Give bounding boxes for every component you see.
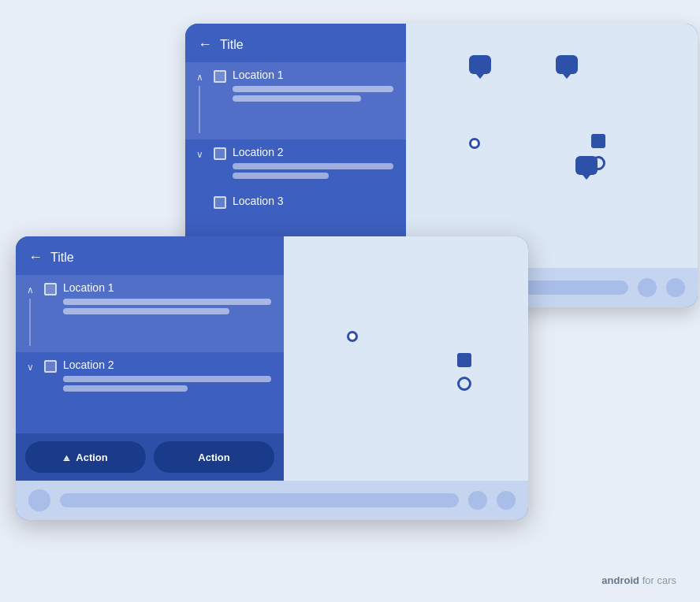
location-name-1-front: Location 1: [63, 281, 271, 294]
action-button-1[interactable]: ⟁ Action: [25, 441, 146, 473]
action-label-2: Action: [198, 452, 229, 463]
map-ring-back: [591, 156, 605, 170]
panel-front-title: Title: [50, 251, 74, 265]
brand-suffix: for cars: [639, 574, 676, 586]
chevron-col-1-back: ∧: [192, 69, 207, 133]
location-item-2-back[interactable]: ∨ Location 2: [185, 139, 406, 188]
panel-back: ← Title ∧ Location 1 ∨ Location 2: [185, 24, 406, 268]
checkbox-2-front[interactable]: [44, 360, 57, 373]
detail-bar-2b-back: [233, 173, 329, 179]
location-name-3-back: Location 3: [233, 195, 393, 207]
checkbox-1-back[interactable]: [214, 70, 226, 83]
map-pin-2-back: [556, 55, 578, 74]
map-area-front: [284, 236, 528, 481]
action-label-1: Action: [76, 452, 107, 463]
bottom-bar-circle-2-front: [468, 491, 487, 510]
action-bar-front: ⟁ Action Action: [16, 433, 284, 481]
location-name-1-back: Location 1: [233, 69, 393, 81]
panel-front-header: ← Title: [16, 236, 284, 275]
card-front: ← Title ∧ Location 1 ∨ Location 2: [16, 236, 528, 520]
detail-bar-1b-front: [63, 308, 229, 314]
map-ring-front: [457, 377, 471, 391]
bottom-bar-pill-front: [60, 493, 459, 507]
action-icon-1: ⟁: [63, 451, 69, 463]
action-button-2[interactable]: Action: [154, 441, 274, 473]
detail-bar-2a-front: [63, 376, 271, 382]
map-dot-front: [347, 331, 358, 342]
location-item-2-front[interactable]: ∨ Location 2: [16, 352, 284, 401]
location-content-2-front: Location 2: [63, 359, 271, 395]
map-pin-1-back: [469, 55, 491, 74]
map-square-back: [591, 134, 605, 148]
map-dot-back: [469, 138, 480, 149]
location-content-3-back: Location 3: [233, 195, 393, 212]
location-item-1-back[interactable]: ∧ Location 1: [185, 62, 406, 139]
location-name-2-back: Location 2: [233, 146, 393, 158]
checkbox-2-back[interactable]: [214, 147, 226, 160]
location-item-3-back[interactable]: Location 3: [185, 188, 406, 218]
checkbox-3-back[interactable]: [214, 196, 226, 209]
detail-bar-1b-back: [233, 95, 361, 102]
location-content-2-back: Location 2: [233, 146, 393, 182]
map-square-front: [457, 353, 471, 367]
detail-bar-1a-back: [233, 86, 393, 92]
chevron-down-icon-2-back: ∨: [196, 149, 203, 160]
detail-bar-2b-front: [63, 385, 188, 392]
chevron-up-icon: ∧: [196, 72, 203, 83]
bottom-bar-front: [16, 481, 528, 520]
bottom-bar-circle-3-back: [666, 278, 685, 297]
map-area-back: [406, 24, 698, 268]
bottom-bar-circle-2-back: [638, 278, 657, 297]
chevron-col-1-front: ∧: [22, 281, 38, 346]
bottom-bar-circle-1-front: [28, 489, 50, 511]
checkbox-1-front[interactable]: [44, 283, 57, 295]
location-name-2-front: Location 2: [63, 359, 271, 371]
brand-text: android for cars: [601, 574, 676, 586]
bottom-bar-circle-3-front: [497, 491, 516, 510]
chevron-up-icon-front: ∧: [27, 284, 34, 295]
panel-back-header: ← Title: [185, 24, 406, 62]
chevron-col-2-front: ∨: [22, 359, 38, 373]
detail-bar-2a-back: [233, 163, 393, 169]
back-arrow-icon[interactable]: ←: [198, 36, 212, 53]
detail-bar-1a-front: [63, 299, 271, 305]
brand-prefix: android: [601, 574, 639, 586]
vert-line-1: [199, 86, 200, 133]
chevron-col-2-back: ∨: [192, 146, 207, 160]
back-arrow-front-icon[interactable]: ←: [28, 249, 43, 266]
location-item-1-front[interactable]: ∧ Location 1: [16, 275, 284, 352]
panel-back-title: Title: [220, 38, 244, 52]
chevron-col-3-back: [192, 195, 207, 198]
vert-line-1-front: [29, 299, 31, 346]
chevron-down-icon-2-front: ∨: [27, 362, 34, 373]
location-content-1-back: Location 1: [233, 69, 393, 105]
location-content-1-front: Location 1: [63, 281, 271, 318]
